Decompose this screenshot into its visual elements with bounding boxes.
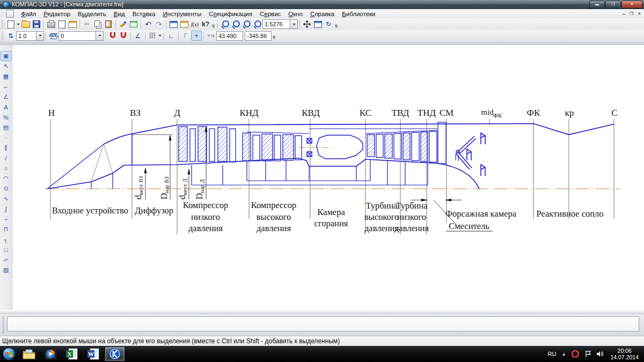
local-csys-button[interactable]: ∟ xyxy=(166,31,177,41)
doc-restore-button[interactable]: ❒ xyxy=(630,10,633,17)
paste-button[interactable] xyxy=(103,19,114,29)
zoom-scale-dropdown[interactable] xyxy=(290,19,298,29)
toolbar-overflow2[interactable] xyxy=(334,19,339,30)
format-brush-button[interactable] xyxy=(118,19,128,29)
taskbar-word[interactable]: W xyxy=(83,346,104,361)
zoom-area-button[interactable] xyxy=(219,19,230,29)
restore-button[interactable]: ❐ xyxy=(605,1,621,9)
fragment-tool[interactable]: ▤ xyxy=(1,122,11,132)
variables-window-button[interactable] xyxy=(168,19,179,29)
hatch-tool[interactable]: ▨ xyxy=(1,265,11,275)
wave-curve-tool[interactable]: ∿ xyxy=(1,194,11,204)
tray-expand-icon[interactable]: ▲ xyxy=(562,352,566,357)
hammer-tool[interactable]: ⌐ xyxy=(1,82,11,92)
line-tool[interactable]: / xyxy=(1,153,11,163)
corner-line-tool[interactable]: ┐ xyxy=(1,234,11,245)
taskbar-kompas[interactable] xyxy=(105,346,125,361)
menu-6[interactable]: Спецификация xyxy=(205,10,256,18)
menu-4[interactable]: Вставка xyxy=(129,10,159,18)
parallel-line-tool[interactable]: ∥ xyxy=(1,143,11,153)
grid-button[interactable] xyxy=(147,31,158,41)
menu-0[interactable]: Файл xyxy=(17,10,40,18)
toolbar-overflow[interactable] xyxy=(211,19,216,30)
circle-tool[interactable]: ○ xyxy=(1,163,11,173)
slot-tool[interactable]: ⊓ xyxy=(1,224,11,234)
layer-combo[interactable]: 0 xyxy=(58,31,96,41)
library-button[interactable] xyxy=(179,19,189,29)
fillet-tool[interactable]: ⌣ xyxy=(1,214,11,224)
zoom-selection-button[interactable] xyxy=(230,19,241,29)
zoom-out-button[interactable] xyxy=(252,19,262,29)
step-dropdown[interactable] xyxy=(36,31,44,41)
toolbar-overflow3[interactable] xyxy=(272,30,276,41)
zoom-in-button[interactable] xyxy=(241,19,252,29)
new-document-button[interactable] xyxy=(5,19,16,29)
parallelogram-tool[interactable]: ▱ xyxy=(1,255,11,265)
fit-height-button[interactable]: ⇅ xyxy=(5,31,16,41)
redo-button[interactable]: ↷ xyxy=(153,19,164,29)
print-preview-button[interactable] xyxy=(56,19,67,29)
table-button[interactable] xyxy=(128,19,139,29)
step-combo[interactable]: 1.0 xyxy=(16,31,36,41)
coord-x-field[interactable]: 43.490 xyxy=(216,31,243,41)
taskbar-excel[interactable]: X xyxy=(62,346,82,361)
angle-tool[interactable]: ∠ xyxy=(1,92,11,102)
antivirus-tray-icon[interactable] xyxy=(571,350,579,358)
grid-tool[interactable]: ▦ xyxy=(1,71,11,82)
snap-mode-button[interactable]: + xyxy=(191,31,202,41)
send-button[interactable] xyxy=(67,19,78,29)
save-button[interactable] xyxy=(31,19,42,29)
document-menu-icon[interactable] xyxy=(6,10,14,18)
minimize-button[interactable]: ▬ xyxy=(589,1,605,9)
message-field[interactable] xyxy=(7,316,639,331)
layer-dropdown[interactable] xyxy=(96,31,104,41)
taskbar-media-player[interactable] xyxy=(40,346,61,361)
doc-close-button[interactable]: × xyxy=(638,10,641,17)
copy-button[interactable] xyxy=(92,19,103,29)
menu-7[interactable]: Сервис xyxy=(256,10,284,18)
spline-tool[interactable]: ʃ xyxy=(1,204,11,214)
start-button[interactable] xyxy=(0,346,18,361)
action-center-icon[interactable] xyxy=(583,350,591,358)
fx-button[interactable]: f(x) xyxy=(189,19,200,29)
drawing-canvas[interactable]: Н ВЗ Д КНД КВД КС ТВД ТНД СМ mid ФК ФК к… xyxy=(13,45,644,310)
snap-magnet2-button[interactable] xyxy=(118,31,129,41)
layers-button[interactable] xyxy=(48,31,58,41)
menu-2[interactable]: Выделить xyxy=(74,10,110,18)
corner-button[interactable]: Γ xyxy=(180,31,191,41)
rebuild-button[interactable] xyxy=(312,19,323,29)
menu-5[interactable]: Инструменты xyxy=(159,10,205,18)
pointer-tool[interactable]: ↖ xyxy=(1,61,11,71)
print-button[interactable] xyxy=(46,19,56,29)
arc-tool[interactable]: ◠ xyxy=(1,173,11,183)
menu-10[interactable]: Библиотеки xyxy=(338,10,379,18)
menu-8[interactable]: Окно xyxy=(284,10,306,18)
close-button[interactable]: ✕ xyxy=(621,1,642,9)
doc-minimize-button[interactable]: – xyxy=(622,10,625,17)
rectangle-tool[interactable]: □ xyxy=(1,245,11,255)
open-button[interactable] xyxy=(20,19,31,29)
language-indicator[interactable]: RU xyxy=(548,351,557,357)
menu-3[interactable]: Вид xyxy=(110,10,129,18)
menu-1[interactable]: Редактор xyxy=(40,10,74,18)
zoom-scale-combo[interactable]: 1.5276 xyxy=(262,19,290,29)
volume-icon[interactable] xyxy=(596,350,604,358)
new-document-dropdown[interactable] xyxy=(16,19,20,29)
point-tool[interactable]: · xyxy=(1,132,11,143)
selection-frame-tool[interactable]: ▣ xyxy=(1,51,11,61)
grid-dropdown[interactable] xyxy=(158,31,162,41)
text-tool[interactable]: A xyxy=(1,102,11,112)
ortho-button[interactable]: ∠ xyxy=(133,31,143,41)
cut-button[interactable]: ✂ xyxy=(82,19,92,29)
percent-tool[interactable]: % xyxy=(1,112,11,122)
menu-9[interactable]: Справка xyxy=(306,10,338,18)
refresh-button[interactable]: ↻ xyxy=(323,19,334,29)
engine-schematic[interactable]: Н ВЗ Д КНД КВД КС ТВД ТНД СМ mid ФК ФК к… xyxy=(13,45,644,310)
context-help-button[interactable]: k? xyxy=(200,19,211,29)
snap-magnet-button[interactable] xyxy=(107,31,118,41)
clock[interactable]: 20:06 14.07.2014 xyxy=(610,348,639,360)
center-circle-tool[interactable]: ⊙ xyxy=(1,183,11,194)
pan-button[interactable] xyxy=(302,19,312,29)
taskbar-explorer[interactable] xyxy=(19,346,39,361)
coord-y-field[interactable]: -345.86 xyxy=(245,31,272,41)
